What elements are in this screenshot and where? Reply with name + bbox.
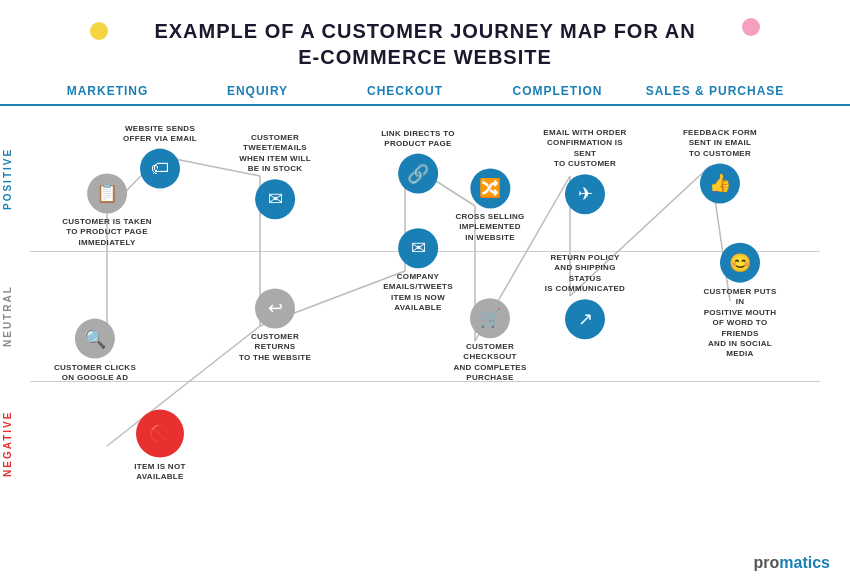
node-customer-tweet: CUSTOMERTWEET/EMAILSWHEN ITEM WILLBE IN … <box>239 133 311 219</box>
node-icon-company-emails: ✉ <box>398 228 438 268</box>
col-header-completion: COMPLETION <box>480 84 635 98</box>
node-icon-return-policy: ↗ <box>565 299 605 339</box>
diagram-area: POSITIVE NEUTRAL NEGATIVE <box>30 106 820 506</box>
brand-footer: promatics <box>754 554 830 572</box>
col-header-marketing: MARKETING <box>30 84 185 98</box>
node-icon-item-not-available: 🚫 <box>136 410 184 458</box>
node-label-google-click: CUSTOMER CLICKSON GOOGLE AD <box>54 363 136 384</box>
node-icon-google-click: 🔍 <box>75 319 115 359</box>
page-container: EXAMPLE OF A CUSTOMER JOURNEY MAP FOR AN… <box>0 0 850 580</box>
row-label-negative: NEGATIVE <box>2 381 13 506</box>
node-label-customer-checkout: CUSTOMER CHECKSOUTAND COMPLETESPURCHASE <box>445 342 535 384</box>
title-section: EXAMPLE OF A CUSTOMER JOURNEY MAP FOR AN… <box>0 0 850 80</box>
node-label-website-offer: WEBSITE SENDSOFFER VIA EMAIL <box>123 124 197 145</box>
brand-pro: pro <box>754 554 780 571</box>
node-customer-checkout: 🛒 CUSTOMER CHECKSOUTAND COMPLETESPURCHAS… <box>445 298 535 384</box>
node-email-confirm: EMAIL WITH ORDERCONFIRMATION IS SENTTO C… <box>540 128 630 214</box>
col-header-enquiry: ENQUIRY <box>185 84 330 98</box>
row-label-neutral: NEUTRAL <box>2 251 13 381</box>
node-label-link-directs: LINK DIRECTS TOPRODUCT PAGE <box>381 129 455 150</box>
node-label-positive-mouth: CUSTOMER PUTS INPOSITIVE MOUTHOF WORD TO… <box>700 287 780 360</box>
node-item-not-available: 🚫 ITEM IS NOT AVAILABLE <box>115 410 205 483</box>
node-label-email-confirm: EMAIL WITH ORDERCONFIRMATION IS SENTTO C… <box>540 128 630 170</box>
node-label-company-emails: COMPANYEMAILS/TWEETSITEM IS NOWAVAILABLE <box>383 272 453 314</box>
node-customer-product: 📋 CUSTOMER IS TAKENTO PRODUCT PAGEIMMEDI… <box>62 173 152 248</box>
node-icon-positive-mouth: 😊 <box>720 243 760 283</box>
brand-matics: matics <box>779 554 830 571</box>
node-feedback-form: FEEDBACK FORMSENT IN EMAILTO CUSTOMER 👍 <box>683 128 757 203</box>
col-header-sales: SALES & PURCHASE <box>635 84 795 98</box>
node-icon-cross-selling: 🔀 <box>470 168 510 208</box>
node-icon-email-confirm: ✈ <box>565 174 605 214</box>
node-link-directs: LINK DIRECTS TOPRODUCT PAGE 🔗 <box>381 129 455 194</box>
page-title: EXAMPLE OF A CUSTOMER JOURNEY MAP FOR AN… <box>60 18 790 70</box>
node-label-return-policy: RETURN POLICYAND SHIPPING STATUSIS COMMU… <box>540 253 630 295</box>
node-icon-link-directs: 🔗 <box>398 153 438 193</box>
node-label-customer-tweet: CUSTOMERTWEET/EMAILSWHEN ITEM WILLBE IN … <box>239 133 311 175</box>
node-icon-customer-checkout: 🛒 <box>470 298 510 338</box>
node-icon-customer-returns: ↩ <box>255 288 295 328</box>
node-return-policy: RETURN POLICYAND SHIPPING STATUSIS COMMU… <box>540 253 630 339</box>
node-label-item-not-available: ITEM IS NOT AVAILABLE <box>115 462 205 483</box>
node-icon-customer-product: 📋 <box>87 173 127 213</box>
node-google-click: 🔍 CUSTOMER CLICKSON GOOGLE AD <box>54 319 136 384</box>
node-customer-returns: ↩ CUSTOMER RETURNSTO THE WEBSITE <box>230 288 320 363</box>
columns-header: MARKETING ENQUIRY CHECKOUT COMPLETION SA… <box>0 84 850 106</box>
row-labels: POSITIVE NEUTRAL NEGATIVE <box>2 106 13 506</box>
node-icon-customer-tweet: ✉ <box>255 179 295 219</box>
node-icon-feedback-form: 👍 <box>700 164 740 204</box>
node-label-feedback-form: FEEDBACK FORMSENT IN EMAILTO CUSTOMER <box>683 128 757 159</box>
node-label-customer-product: CUSTOMER IS TAKENTO PRODUCT PAGEIMMEDIAT… <box>62 217 152 248</box>
node-company-emails: ✉ COMPANYEMAILS/TWEETSITEM IS NOWAVAILAB… <box>383 228 453 314</box>
row-label-positive: POSITIVE <box>2 106 13 251</box>
node-label-cross-selling: CROSS SELLINGIMPLEMENTEDIN WEBSITE <box>455 212 524 243</box>
col-header-checkout: CHECKOUT <box>330 84 480 98</box>
divider-neutral-negative <box>30 381 820 382</box>
node-positive-mouth: 😊 CUSTOMER PUTS INPOSITIVE MOUTHOF WORD … <box>700 243 780 360</box>
node-label-customer-returns: CUSTOMER RETURNSTO THE WEBSITE <box>230 332 320 363</box>
node-cross-selling: 🔀 CROSS SELLINGIMPLEMENTEDIN WEBSITE <box>455 168 524 243</box>
